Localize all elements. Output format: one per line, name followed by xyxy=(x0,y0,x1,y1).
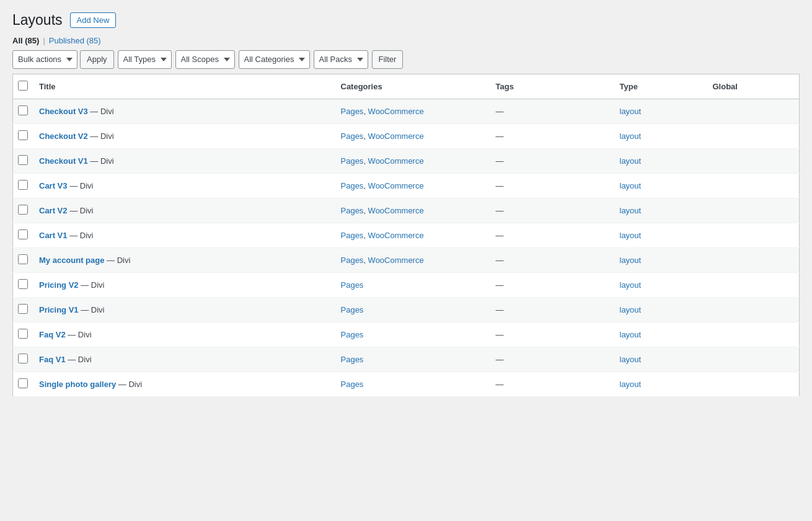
table-row: My account page — DiviPages, WooCommerce… xyxy=(13,247,800,272)
category-link[interactable]: WooCommerce xyxy=(368,231,424,240)
category-link[interactable]: Pages xyxy=(341,206,364,215)
row-type-cell: layout xyxy=(614,148,707,173)
row-checkbox[interactable] xyxy=(18,304,28,314)
row-checkbox[interactable] xyxy=(18,130,28,140)
table-row: Faq V2 — DiviPages—layout xyxy=(13,322,800,347)
category-link[interactable]: WooCommerce xyxy=(368,156,424,166)
row-checkbox[interactable] xyxy=(18,279,28,289)
all-scopes-select[interactable]: All Scopes xyxy=(175,50,235,69)
table-row: Cart V2 — DiviPages, WooCommerce—layout xyxy=(13,198,800,223)
type-link[interactable]: layout xyxy=(620,280,642,290)
type-link[interactable]: layout xyxy=(620,305,642,314)
type-link[interactable]: layout xyxy=(620,256,642,265)
category-link[interactable]: Pages xyxy=(341,256,364,265)
row-title-link[interactable]: Checkout V1 xyxy=(39,156,88,166)
row-checkbox[interactable] xyxy=(18,180,28,190)
bulk-actions-select[interactable]: Bulk actions xyxy=(12,50,77,69)
row-title-link[interactable]: Cart V2 xyxy=(39,206,68,215)
row-categories-cell: Pages xyxy=(335,322,490,347)
col-header-type[interactable]: Type xyxy=(614,74,707,99)
category-link[interactable]: WooCommerce xyxy=(368,181,424,190)
row-categories-cell: Pages xyxy=(335,272,490,297)
category-link[interactable]: WooCommerce xyxy=(368,256,424,265)
type-link[interactable]: layout xyxy=(620,181,642,190)
add-new-button[interactable]: Add New xyxy=(70,12,117,28)
row-tags: — xyxy=(496,280,504,290)
row-title-link[interactable]: Pricing V1 xyxy=(39,305,79,314)
row-title-cell: Pricing V1 — Divi xyxy=(33,297,335,322)
type-link[interactable]: layout xyxy=(620,380,642,389)
row-title-link[interactable]: Cart V1 xyxy=(39,231,68,240)
row-tags: — xyxy=(496,131,504,141)
select-all-column[interactable] xyxy=(13,74,33,99)
category-link[interactable]: Pages xyxy=(341,330,364,339)
category-link[interactable]: Pages xyxy=(341,156,364,166)
page-wrap: Layouts Add New All (85) | Published (85… xyxy=(0,0,812,521)
row-global-cell xyxy=(707,223,800,247)
row-suffix: — Divi xyxy=(79,280,105,290)
category-link[interactable]: Pages xyxy=(341,131,364,141)
row-title-cell: Faq V1 — Divi xyxy=(33,347,335,372)
category-link[interactable]: Pages xyxy=(341,355,364,364)
row-title-link[interactable]: My account page xyxy=(39,256,104,265)
type-link[interactable]: layout xyxy=(620,156,642,166)
category-link[interactable]: Pages xyxy=(341,305,364,314)
layouts-table: Title Categories Tags Type Global Checko… xyxy=(12,74,800,397)
row-categories-cell: Pages, WooCommerce xyxy=(335,123,490,148)
category-link[interactable]: Pages xyxy=(341,107,364,116)
type-link[interactable]: layout xyxy=(620,131,642,141)
row-title-link[interactable]: Cart V3 xyxy=(39,181,68,190)
row-checkbox[interactable] xyxy=(18,205,28,215)
row-title-cell: Pricing V2 — Divi xyxy=(33,272,335,297)
type-link[interactable]: layout xyxy=(620,206,642,215)
row-checkbox[interactable] xyxy=(18,354,28,363)
all-categories-select[interactable]: All Categories xyxy=(239,50,310,69)
type-link[interactable]: layout xyxy=(620,107,642,116)
tablenav: Bulk actions Apply All Types All Scopes … xyxy=(12,50,800,69)
row-title-link[interactable]: Single photo gallery xyxy=(39,380,116,389)
type-link[interactable]: layout xyxy=(620,231,642,240)
category-link[interactable]: Pages xyxy=(341,380,364,389)
row-type-cell: layout xyxy=(614,99,707,123)
row-checkbox[interactable] xyxy=(18,105,28,115)
type-link[interactable]: layout xyxy=(620,355,642,364)
col-header-title[interactable]: Title xyxy=(33,74,335,99)
row-title-link[interactable]: Checkout V2 xyxy=(39,131,88,141)
row-checkbox[interactable] xyxy=(18,155,28,165)
category-link[interactable]: WooCommerce xyxy=(368,131,424,141)
row-global-cell xyxy=(707,198,800,223)
row-tags-cell: — xyxy=(490,223,614,247)
category-link[interactable]: Pages xyxy=(341,231,364,240)
row-tags-cell: — xyxy=(490,198,614,223)
select-all-checkbox[interactable] xyxy=(18,81,28,91)
row-checkbox[interactable] xyxy=(18,254,28,264)
col-header-categories[interactable]: Categories xyxy=(335,74,490,99)
category-link[interactable]: WooCommerce xyxy=(368,206,424,215)
filter-button[interactable]: Filter xyxy=(372,50,404,69)
row-categories-cell: Pages, WooCommerce xyxy=(335,247,490,272)
row-suffix: — Divi xyxy=(88,131,114,141)
row-title-link[interactable]: Pricing V2 xyxy=(39,280,79,290)
category-link[interactable]: WooCommerce xyxy=(368,107,424,116)
filter-all-link[interactable]: All (85) xyxy=(12,36,39,45)
row-checkbox-cell xyxy=(13,272,33,297)
all-types-select[interactable]: All Types xyxy=(118,50,172,69)
row-global-cell xyxy=(707,347,800,372)
filter-published-link[interactable]: Published (85) xyxy=(49,36,101,45)
row-checkbox[interactable] xyxy=(18,329,28,339)
col-header-global[interactable]: Global xyxy=(707,74,800,99)
category-link[interactable]: Pages xyxy=(341,181,364,190)
col-header-tags[interactable]: Tags xyxy=(490,74,614,99)
row-tags-cell: — xyxy=(490,372,614,396)
apply-button[interactable]: Apply xyxy=(80,50,114,69)
type-link[interactable]: layout xyxy=(620,330,642,339)
row-checkbox[interactable] xyxy=(18,378,28,388)
row-title-link[interactable]: Faq V2 xyxy=(39,330,66,339)
row-checkbox[interactable] xyxy=(18,229,28,239)
category-link[interactable]: Pages xyxy=(341,280,364,290)
row-title-link[interactable]: Checkout V3 xyxy=(39,107,88,116)
row-checkbox-cell xyxy=(13,173,33,198)
row-suffix: — Divi xyxy=(79,305,105,314)
all-packs-select[interactable]: All Packs xyxy=(314,50,368,69)
row-title-link[interactable]: Faq V1 xyxy=(39,355,66,364)
